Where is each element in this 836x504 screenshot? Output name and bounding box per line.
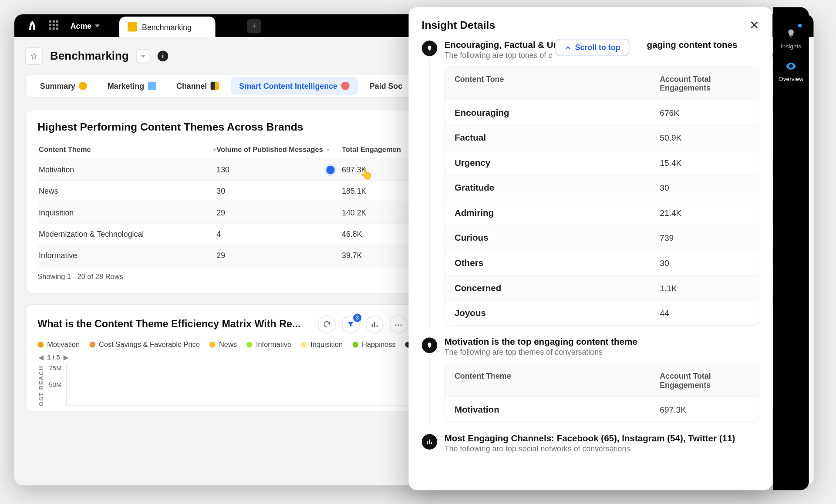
rail-item-overview[interactable]: Overview xyxy=(773,54,809,87)
column-header-tone: Content Tone xyxy=(455,74,660,92)
chevron-down-icon xyxy=(141,54,145,57)
tones-table: Content Tone Account Total Engagements E… xyxy=(445,67,759,326)
triangle-right-icon: ▶ xyxy=(64,354,68,360)
chart-type-button[interactable] xyxy=(366,316,384,333)
table-row[interactable]: Others30 xyxy=(445,250,759,275)
subtab-smart-content[interactable]: Smart Content Intelligence xyxy=(231,77,357,95)
insight-bulb-icon[interactable] xyxy=(326,165,334,174)
legend-dot-icon xyxy=(209,342,216,348)
sort-icon: ▾ xyxy=(213,147,216,153)
insight-title: Motivation is the top engaging content t… xyxy=(445,336,759,346)
subtab-channel[interactable]: Channel xyxy=(168,77,227,95)
filter-button[interactable]: 3 xyxy=(342,316,360,333)
channel-icon xyxy=(211,82,219,90)
legend-dot-icon xyxy=(246,342,253,348)
chevron-up-icon xyxy=(564,44,571,51)
medal-icon xyxy=(79,82,87,90)
insight-group-tones: Scroll to top Encouraging, Factual & Urg… xyxy=(422,39,759,326)
subtab-label: Marketing xyxy=(108,81,144,91)
cell-volume: 30 xyxy=(216,187,342,196)
legend-item[interactable]: Cost Savings & Favorable Price xyxy=(89,340,200,349)
legend-dot-icon xyxy=(301,342,307,348)
timeline-rail xyxy=(429,354,430,426)
table-row[interactable]: Factual50.9K xyxy=(445,124,759,150)
apps-grid-icon[interactable] xyxy=(49,20,60,31)
bulb-bullet-icon xyxy=(422,337,438,353)
cell-volume: 29 xyxy=(216,251,342,260)
insight-group-channels: Most Engaging Channels: Facebook (65), I… xyxy=(422,433,759,454)
column-header-theme[interactable]: Content Theme ▾ xyxy=(37,145,216,154)
bulb-bullet-icon xyxy=(422,40,438,56)
panel-title: Insight Details xyxy=(422,19,496,31)
cell-volume: 130 xyxy=(216,165,342,174)
column-header-volume[interactable]: Volume of Published Messages ▾ xyxy=(216,145,342,154)
cell-theme: Inquisition xyxy=(37,208,216,217)
sort-icon: ▾ xyxy=(327,147,330,153)
subtab-paid-social[interactable]: Paid Soc xyxy=(361,77,411,95)
eye-icon xyxy=(784,59,798,74)
table-row[interactable]: Joyous44 xyxy=(445,300,759,325)
bar-chart-icon xyxy=(371,320,379,329)
title-dropdown-button[interactable] xyxy=(136,49,150,63)
legend-dot-icon xyxy=(352,342,358,348)
subtab-label: Smart Content Intelligence xyxy=(239,81,337,91)
app-logo xyxy=(25,18,40,33)
refresh-button[interactable] xyxy=(318,316,336,333)
more-options-button[interactable]: ⋯ xyxy=(390,316,408,333)
themes-mini-table: Content Theme Account Total Engagements … xyxy=(445,364,759,422)
bulb-icon xyxy=(784,26,798,40)
table-row[interactable]: Encouraging676K xyxy=(445,100,759,125)
rail-item-insights[interactable]: Insights xyxy=(773,21,809,54)
chevron-down-icon xyxy=(95,24,100,27)
chart-bullet-icon xyxy=(422,434,438,450)
cell-theme: Informative xyxy=(37,251,216,260)
legend-dot-icon xyxy=(37,342,44,348)
shirt-icon xyxy=(148,82,156,90)
workspace-switcher[interactable]: Acme xyxy=(66,21,105,30)
table-row[interactable]: Gratitude30 xyxy=(445,175,759,200)
right-rail: Insights Overview xyxy=(773,7,809,490)
workspace-name: Acme xyxy=(71,21,92,30)
legend-item[interactable]: News xyxy=(209,340,237,349)
column-header-theme: Content Theme xyxy=(455,372,660,390)
cell-theme: Modernization & Technological xyxy=(37,229,216,239)
close-button[interactable]: ✕ xyxy=(749,18,759,32)
legend-item[interactable]: Happiness xyxy=(352,340,396,349)
subtab-label: Paid Soc xyxy=(370,81,402,91)
add-tab-button[interactable]: + xyxy=(247,19,261,34)
y-axis-ticks: 75M 50M xyxy=(49,364,61,406)
subtab-label: Summary xyxy=(40,81,75,91)
legend-dot-icon xyxy=(89,342,95,348)
scroll-to-top-button[interactable]: Scroll to top xyxy=(555,39,629,56)
cell-theme: Motivation xyxy=(37,165,216,174)
insight-subtitle: The following are top themes of conversa… xyxy=(445,348,759,357)
tab-benchmarking[interactable]: Benchmarking xyxy=(119,17,216,37)
table-row[interactable]: Motivation697.3K xyxy=(445,396,759,422)
page-title: Benchmarking xyxy=(50,50,129,63)
table-header: Content Theme Account Total Engagements xyxy=(445,364,759,396)
subtab-summary[interactable]: Summary xyxy=(32,77,96,95)
rail-label: Overview xyxy=(779,76,803,82)
tab-label: Benchmarking xyxy=(142,22,192,31)
y-axis-label: OST REACH xyxy=(37,364,44,406)
triangle-left-icon: ◀ xyxy=(39,354,44,360)
refresh-icon xyxy=(323,320,331,329)
table-row[interactable]: Curious739 xyxy=(445,225,759,250)
table-row[interactable]: Urgency15.4K xyxy=(445,150,759,175)
cell-theme: News xyxy=(37,187,216,196)
table-header: Content Tone Account Total Engagements xyxy=(445,67,759,100)
table-row[interactable]: Admiring21.4K xyxy=(445,200,759,225)
info-icon[interactable]: i xyxy=(158,50,169,61)
notification-dot-icon xyxy=(798,24,802,27)
legend-item[interactable]: Motivation xyxy=(37,340,80,349)
column-header-engagements: Account Total Engagements xyxy=(660,74,749,92)
table-row[interactable]: Concerned1.1K xyxy=(445,275,759,300)
cursor-pointer-icon: 👆 xyxy=(360,168,373,181)
favorite-button[interactable]: ☆ xyxy=(25,47,43,65)
legend-item[interactable]: Inquisition xyxy=(301,340,343,349)
filter-icon xyxy=(347,320,355,329)
insight-subtitle: The following are top social networks of… xyxy=(445,444,759,454)
legend-item[interactable]: Informative xyxy=(246,340,291,349)
subtab-marketing[interactable]: Marketing xyxy=(99,77,165,95)
chart-title: What is the Content Theme Efficiency Mat… xyxy=(37,319,312,330)
